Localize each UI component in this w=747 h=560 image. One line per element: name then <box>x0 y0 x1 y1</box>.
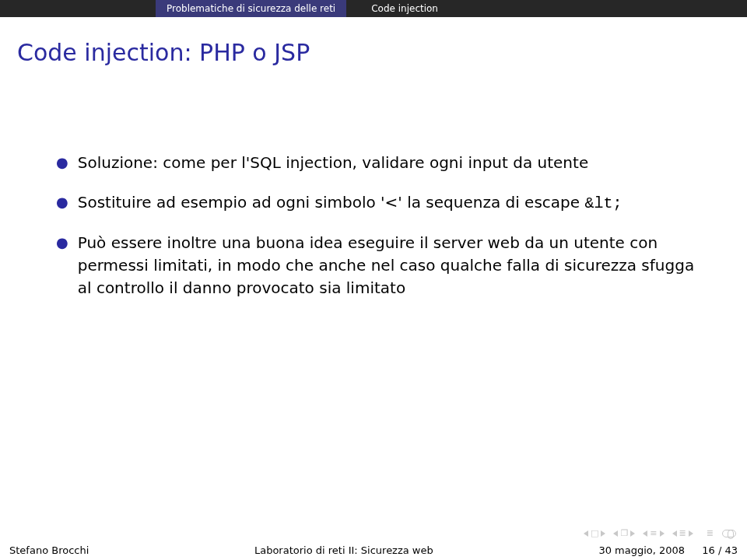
nav-back-forward-icon[interactable] <box>722 530 736 537</box>
beamer-nav-controls: □ ❐ ≡ ≣ ≣ <box>584 528 736 538</box>
bullet-icon: ● <box>56 152 68 174</box>
footer-title: Laboratorio di reti II: Sicurezza web <box>89 544 598 556</box>
nav-slide-group[interactable]: □ <box>584 528 605 538</box>
nav-prev-slide-icon[interactable] <box>584 530 588 537</box>
nav-appendix-icon[interactable]: ≣ <box>706 528 714 538</box>
nav-frame-icon: ❐ <box>619 528 629 538</box>
list-item-text: Sostituire ad esempio ad ogni simbolo '<… <box>78 191 622 215</box>
list-item: ● Sostituire ad esempio ad ogni simbolo … <box>56 191 700 215</box>
nav-next-subsection-icon[interactable] <box>689 530 693 537</box>
nav-prev-section-icon[interactable] <box>643 530 647 537</box>
footer-date-text: 30 maggio, 2008 <box>598 544 685 556</box>
list-item: ● Soluzione: come per l'SQL injection, v… <box>56 152 700 174</box>
nav-subsection-group[interactable]: ≣ <box>672 528 693 538</box>
list-item-text: Soluzione: come per l'SQL injection, val… <box>78 152 588 174</box>
breadcrumb-gap <box>346 0 360 17</box>
breadcrumb-section[interactable]: Problematiche di sicurezza delle reti <box>156 0 346 17</box>
slide-body: ● Soluzione: come per l'SQL injection, v… <box>0 105 747 299</box>
nav-frame-group[interactable]: ❐ <box>613 528 635 538</box>
nav-next-frame-icon[interactable] <box>630 530 635 537</box>
footer-date: 30 maggio, 2008 16 / 43 <box>598 544 738 556</box>
nav-section-group[interactable]: ≡ <box>643 528 664 538</box>
footer-page-number: 16 / 43 <box>702 544 738 556</box>
breadcrumb-subsection[interactable]: Code injection <box>360 0 449 17</box>
nav-prev-frame-icon[interactable] <box>613 530 618 537</box>
list-item-text: Può essere inoltre una buona idea esegui… <box>78 232 700 299</box>
bullet-icon: ● <box>56 191 68 215</box>
nav-section-icon: ≡ <box>649 528 658 538</box>
nav-subsection-icon: ≣ <box>679 528 687 538</box>
nav-next-section-icon[interactable] <box>660 530 665 537</box>
slide-title: Code injection: PHP o JSP <box>0 17 747 105</box>
footer-bar: Stefano Brocchi Laboratorio di reti II: … <box>0 541 747 560</box>
list-item: ● Può essere inoltre una buona idea eseg… <box>56 232 700 299</box>
breadcrumb-spacer-right <box>449 0 747 17</box>
breadcrumb-spacer-left <box>0 0 156 17</box>
nav-next-slide-icon[interactable] <box>601 530 605 537</box>
breadcrumb-bar: Problematiche di sicurezza delle reti Co… <box>0 0 747 17</box>
footer-author: Stefano Brocchi <box>9 544 89 556</box>
nav-slide-icon: □ <box>590 528 599 538</box>
nav-prev-subsection-icon[interactable] <box>672 530 677 537</box>
bullet-icon: ● <box>56 232 68 299</box>
